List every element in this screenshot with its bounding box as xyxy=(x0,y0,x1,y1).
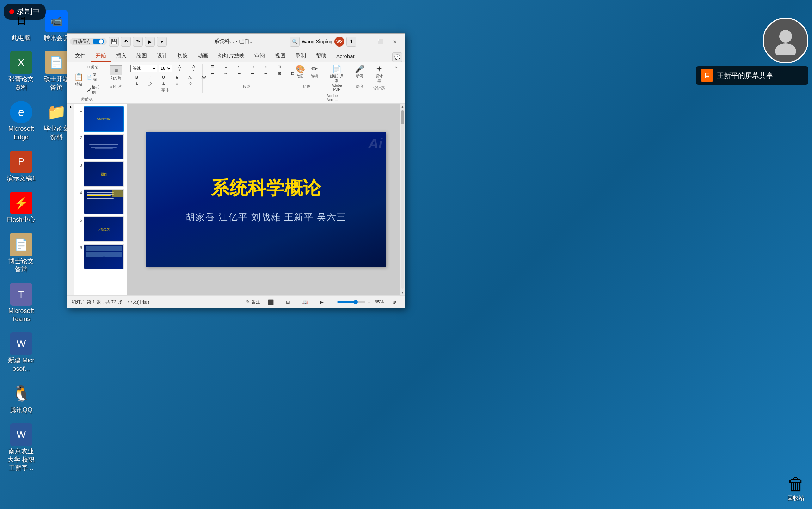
indent-decrease-button[interactable]: ⇤ xyxy=(233,64,246,70)
justify-button[interactable]: ⬌ xyxy=(246,70,259,76)
italic-button[interactable]: I xyxy=(144,74,156,80)
search-button[interactable]: 🔍 xyxy=(290,37,300,47)
desktop-icon-ppt[interactable]: P 演示文稿1 xyxy=(4,148,39,185)
font-size-up-button[interactable]: A+ xyxy=(173,64,186,73)
font-size-select[interactable]: 18 xyxy=(159,65,172,72)
text-direction-button[interactable]: ↩ xyxy=(260,70,272,76)
save-button[interactable]: 💾 xyxy=(109,37,119,47)
font-size-down-button[interactable]: A- xyxy=(187,64,200,73)
restore-button[interactable]: ⬜ xyxy=(373,37,387,47)
format-painter-button[interactable]: 🖌 格式刷 xyxy=(86,84,102,96)
slide-5-title: 分析之文 xyxy=(98,227,110,231)
slideshow-button[interactable]: ▶ xyxy=(315,299,328,306)
font-size-large-button[interactable]: A xyxy=(157,81,170,87)
text-shadow-button[interactable]: A⃞ xyxy=(184,74,197,80)
tab-draw[interactable]: 绘图 xyxy=(131,50,152,62)
fit-slide-button[interactable]: ⊕ xyxy=(388,299,401,306)
slide-thumb-4[interactable] xyxy=(84,189,124,214)
desktop-icon-thesis[interactable]: 📄 博士论文答辩 xyxy=(4,231,39,277)
numbered-list-button[interactable]: ≡ xyxy=(220,64,232,70)
text-highlight-button[interactable]: 🖊 xyxy=(144,81,156,87)
desktop-icon-word-new[interactable]: W 新建 Microsof... xyxy=(4,330,39,376)
indent-increase-button[interactable]: ⇥ xyxy=(246,64,259,70)
desktop-icon-qq[interactable]: 🐧 腾讯QQ xyxy=(4,379,39,417)
edit-shape-button[interactable]: ✏ 编辑 xyxy=(308,64,321,80)
edit-icon: ✏ xyxy=(311,65,318,73)
underline-button[interactable]: U xyxy=(157,74,170,80)
font-size-small-button[interactable]: A xyxy=(171,81,183,86)
cut-button[interactable]: ✂ 剪切 xyxy=(86,64,102,70)
toggle-switch[interactable] xyxy=(93,39,104,44)
panel-scroll-up[interactable]: ▲ xyxy=(69,105,73,109)
align-right-button[interactable]: ➡ xyxy=(233,70,246,76)
reading-view-button[interactable]: 📖 xyxy=(299,299,311,306)
dictation-button[interactable]: 🎤 听写 xyxy=(353,64,367,80)
columns-button[interactable]: ⊞ xyxy=(273,64,286,70)
comments-button[interactable]: 💬 xyxy=(392,52,402,62)
tab-insert[interactable]: 插入 xyxy=(111,50,131,62)
bold-button[interactable]: B xyxy=(130,74,143,80)
normal-view-button[interactable]: ⬛ xyxy=(265,299,277,306)
align-center-button[interactable]: ↔ xyxy=(220,70,232,76)
zoom-plus-icon[interactable]: + xyxy=(368,299,370,305)
new-slide-button[interactable]: ▦ 幻灯片 xyxy=(107,64,124,82)
dropdown-button[interactable]: ▾ xyxy=(157,37,167,47)
tab-view[interactable]: 视图 xyxy=(270,50,290,62)
zoom-slider[interactable]: − + xyxy=(332,299,370,305)
collapse-ribbon-button[interactable]: ⌃ xyxy=(389,64,402,73)
font-family-select[interactable]: 等线 xyxy=(130,65,157,72)
scroll-thumb[interactable] xyxy=(401,110,404,124)
tab-record[interactable]: 录制 xyxy=(290,50,311,62)
minimize-button[interactable]: — xyxy=(358,37,373,47)
desktop-icon-word2[interactable]: W 南京农业大学 校职工薪字... xyxy=(4,421,39,475)
slide-thumb-1[interactable]: 系统科学概论 xyxy=(84,106,124,132)
slide-4-line3 xyxy=(87,195,111,196)
redo-button[interactable]: ↷ xyxy=(133,37,143,47)
tab-transition[interactable]: 切换 xyxy=(172,50,193,62)
bullet-list-button[interactable]: ☰ xyxy=(206,64,219,70)
tab-file[interactable]: 文件 xyxy=(70,50,91,62)
tab-design[interactable]: 设计 xyxy=(152,50,172,62)
strikethrough-button[interactable]: S xyxy=(171,74,183,80)
notes-button[interactable]: ✎ 备注 xyxy=(246,299,260,305)
close-button[interactable]: ✕ xyxy=(388,37,402,47)
desktop-icon-flash[interactable]: ⚡ Flash中心 xyxy=(4,189,39,227)
auto-save-toggle[interactable]: 自动保存 xyxy=(70,38,107,45)
zoom-track[interactable] xyxy=(337,301,365,303)
slide-thumb-5[interactable]: 分析之文 xyxy=(84,216,124,242)
slide-thumb-2[interactable] xyxy=(84,134,124,159)
tab-help[interactable]: 帮助 xyxy=(311,50,331,62)
desktop-icon-teams[interactable]: T Microsoft Teams xyxy=(4,280,39,326)
designer-button[interactable]: ✦ 设计器 xyxy=(373,64,386,85)
paste-button[interactable]: 📋 粘贴 xyxy=(72,72,85,88)
tab-slideshow[interactable]: 幻灯片放映 xyxy=(213,50,250,62)
tab-animation[interactable]: 动画 xyxy=(193,50,213,62)
slide-canvas[interactable]: 系统科学概论 胡家香 江亿平 刘战雄 王新平 吴六三 Ai xyxy=(146,132,386,267)
vertical-align-button[interactable]: ⊟ xyxy=(273,70,286,76)
slide-thumb-3[interactable]: 题目 xyxy=(84,161,124,187)
line-spacing-button[interactable]: ↕ xyxy=(260,64,272,70)
clear-format-button[interactable]: ✧ xyxy=(184,81,197,87)
align-left-button[interactable]: ⬅ xyxy=(206,70,219,76)
desktop-icon-excel[interactable]: X 张蕾论文资料 xyxy=(4,48,39,94)
create-pdf-button[interactable]: 📄 创建并共享Adobe PDF xyxy=(327,64,347,93)
scroll-down-arrow[interactable]: ▼ xyxy=(400,289,405,295)
scroll-up-arrow[interactable]: ▲ xyxy=(400,104,405,110)
font-color-button[interactable]: A xyxy=(130,81,143,87)
zoom-handle[interactable] xyxy=(353,300,358,304)
canvas-scrollbar-vertical[interactable]: ▲ ▼ xyxy=(400,104,405,295)
tab-start[interactable]: 开始 xyxy=(91,50,111,62)
present-button[interactable]: ▶ xyxy=(145,37,155,47)
undo-button[interactable]: ↶ xyxy=(121,37,131,47)
zoom-minus-icon[interactable]: − xyxy=(332,299,335,305)
excel-icon-label: 张蕾论文资料 xyxy=(6,75,36,92)
desktop-icon-edge[interactable]: e Microsoft Edge xyxy=(4,98,39,144)
tab-review[interactable]: 审阅 xyxy=(250,50,270,62)
share-button[interactable]: ⬆ xyxy=(346,37,356,47)
recycle-bin-icon[interactable]: 🗑 回收站 xyxy=(787,474,805,502)
slide-sorter-button[interactable]: ⊞ xyxy=(282,299,294,306)
drawing-tools-button[interactable]: 🎨 绘图 xyxy=(294,64,307,80)
copy-button[interactable]: 📄 复制 xyxy=(86,71,102,83)
tab-acrobat[interactable]: Acrobat xyxy=(331,51,359,62)
slide-thumb-6[interactable] xyxy=(84,244,124,269)
